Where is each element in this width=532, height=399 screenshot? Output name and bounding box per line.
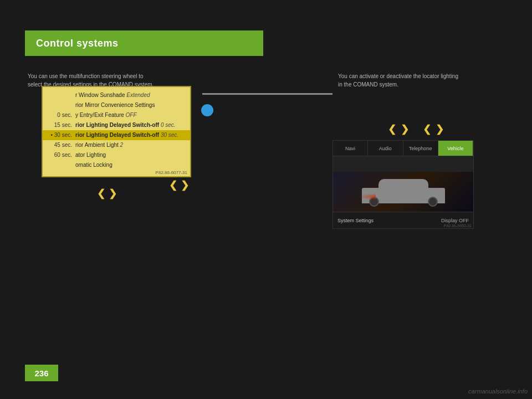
page-number: 236 xyxy=(25,365,58,381)
left-arrow-close[interactable]: ❯ xyxy=(109,187,117,200)
page-title: Control systems xyxy=(36,38,119,49)
screen-code: P82.86-5650-31 xyxy=(444,224,472,228)
menu-item: 60 sec. ator Lighting xyxy=(43,150,190,160)
right-arrow-close2[interactable]: ❯ xyxy=(436,123,444,135)
menu-item: omatic Locking xyxy=(43,160,190,170)
screen-car-image xyxy=(333,172,473,213)
panel-code: P82.86-6077-31 xyxy=(156,170,187,175)
menu-item: 0 sec. y Entry/Exit Feature OFF xyxy=(43,110,190,120)
menu-item: 45 sec. rior Ambient Light 2 xyxy=(43,140,190,150)
tab-vehicle[interactable]: Vehicle xyxy=(438,141,473,156)
right-arrow-open1[interactable]: ❮ xyxy=(388,123,396,135)
right-arrow-open2[interactable]: ❮ xyxy=(423,123,431,135)
tab-navi[interactable]: Navi xyxy=(333,141,368,156)
screen-tab-bar: Navi Audio Telephone Vehicle xyxy=(333,141,473,156)
left-arrows: ❮ ❯ xyxy=(97,187,117,200)
menu-item: 15 sec. rior Lighting Delayed Switch-off… xyxy=(43,120,190,130)
right-arrows: ❮ ❯ ❮ ❯ xyxy=(388,123,444,135)
menu-item: rior Mirror Convenience Settings xyxy=(43,100,190,110)
watermark: carmanualsonline.info xyxy=(468,388,528,395)
left-menu-panel: r Window Sunshade Extended rior Mirror C… xyxy=(42,86,191,177)
body-text-right: You can activate or deactivate the locat… xyxy=(338,72,504,89)
tab-audio[interactable]: Audio xyxy=(368,141,403,156)
right-comand-screen: Navi Audio Telephone Vehicle Locator Lig… xyxy=(332,140,474,229)
header-bar: Control systems xyxy=(25,30,263,56)
middle-divider-line xyxy=(202,93,332,95)
middle-arrows: ❮ ❯ xyxy=(169,179,189,191)
car-silhouette xyxy=(359,177,448,208)
middle-indicator-dot xyxy=(201,104,213,116)
display-off-label: Display OFF xyxy=(441,218,469,223)
screen-tabs: Navi Audio Telephone Vehicle xyxy=(333,141,473,156)
menu-item: r Window Sunshade Extended xyxy=(43,90,190,100)
right-arrow-close1[interactable]: ❯ xyxy=(401,123,409,135)
car-wheel-right xyxy=(428,197,438,207)
middle-arrow-close[interactable]: ❯ xyxy=(181,179,189,191)
left-arrow-open[interactable]: ❮ xyxy=(97,187,105,200)
car-headlight xyxy=(359,193,376,200)
menu-item-selected: • 30 sec. rior Lighting Delayed Switch-o… xyxy=(43,130,190,140)
middle-arrow-open[interactable]: ❮ xyxy=(169,179,177,191)
tab-telephone[interactable]: Telephone xyxy=(403,141,438,156)
system-settings-label: System Settings xyxy=(337,218,374,223)
